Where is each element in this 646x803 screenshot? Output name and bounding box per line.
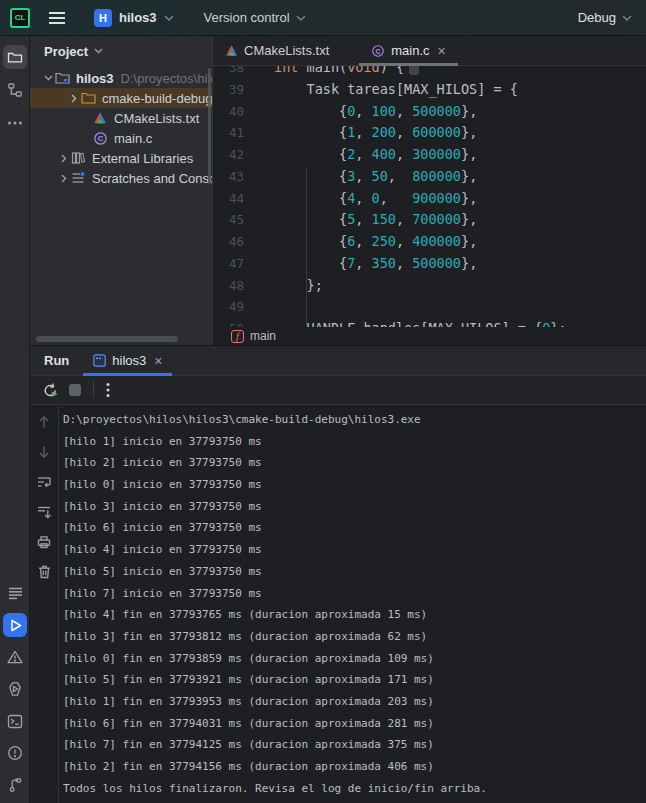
code-line[interactable]: {1, 200, 600000},: [274, 122, 567, 144]
cmake-file-icon: [225, 44, 238, 57]
tree-item-scratches[interactable]: Scratches and Consoles: [30, 168, 213, 188]
line-number[interactable]: 45: [213, 209, 258, 231]
code-token: ,: [396, 211, 412, 227]
structure-tool-button[interactable]: [3, 78, 27, 102]
todo-tool-button[interactable]: [3, 581, 27, 605]
code-line[interactable]: };: [274, 275, 567, 297]
tab-main-c[interactable]: C main.c ×: [359, 36, 457, 65]
code-line[interactable]: {4, 0, 900000},: [274, 188, 567, 210]
run-tool-button[interactable]: [3, 613, 27, 637]
code-token: 250: [372, 233, 396, 249]
terminal-tool-button[interactable]: [3, 709, 27, 733]
project-vertical-scrollbar[interactable]: [208, 68, 211, 184]
code-token: void: [347, 66, 380, 75]
git-tool-button[interactable]: [3, 773, 27, 797]
code-token: },: [461, 103, 477, 119]
code-token: {: [274, 146, 347, 162]
code-token: },: [461, 168, 477, 184]
line-number[interactable]: 47: [213, 253, 258, 275]
run-toolbar: [30, 376, 646, 405]
tree-item-cmakelists[interactable]: CMakeLists.txt: [30, 108, 213, 128]
run-tab-hilos3[interactable]: hilos3 ×: [83, 346, 172, 375]
console-line: [hilo 4] fin en 37793765 ms (duracion ap…: [63, 604, 643, 626]
code-lines: int main(void) { Task tareas[MAX_HILOS] …: [274, 66, 567, 327]
run-tool-title: Run: [30, 346, 83, 375]
tab-label: CMakeLists.txt: [244, 43, 329, 58]
code-token: 300000: [412, 146, 461, 162]
code-line[interactable]: Task tareas[MAX_HILOS] = {: [274, 79, 567, 101]
code-line[interactable]: {5, 150, 700000},: [274, 209, 567, 231]
line-number[interactable]: 49: [213, 296, 258, 318]
line-number[interactable]: 42: [213, 144, 258, 166]
breadcrumb-function-name[interactable]: main: [250, 329, 276, 343]
active-run-tab-underline: [83, 373, 172, 376]
project-widget[interactable]: H hilos3: [86, 4, 182, 32]
clear-trash-icon[interactable]: [37, 564, 52, 579]
chevron-down-icon: [296, 15, 306, 21]
line-number[interactable]: 38: [213, 66, 258, 79]
more-tool-windows-button[interactable]: [3, 111, 27, 135]
clion-ide-window: CL H hilos3 Version control Debug: [0, 0, 646, 803]
code-line[interactable]: {3, 50, 800000},: [274, 166, 567, 188]
line-number[interactable]: 50: [213, 318, 258, 327]
chevron-collapsed-icon[interactable]: [58, 152, 70, 164]
up-arrow-icon[interactable]: [37, 414, 52, 429]
code-line[interactable]: {7, 350, 500000},: [274, 253, 567, 275]
line-number[interactable]: 40: [213, 101, 258, 123]
project-panel-header[interactable]: Project: [30, 36, 212, 66]
line-number[interactable]: 48: [213, 275, 258, 297]
code-token: 100: [372, 103, 396, 119]
main-menu-button[interactable]: [40, 4, 74, 32]
clion-logo-icon: CL: [10, 8, 30, 28]
tree-item-hilos3-root[interactable]: hilos3 D:\proyectos\hilos\hilos3: [30, 68, 213, 88]
console-line: [hilo 7] inicio en 37793750 ms: [63, 583, 643, 605]
excluded-folder-icon: [80, 90, 96, 106]
code-line[interactable]: {2, 400, 300000},: [274, 144, 567, 166]
line-number[interactable]: 39: [213, 79, 258, 101]
stop-icon[interactable]: [69, 384, 81, 396]
code-token: };: [274, 277, 323, 293]
chevron-collapsed-icon[interactable]: [58, 172, 70, 184]
chevron-collapsed-icon[interactable]: [68, 92, 80, 104]
rerun-icon[interactable]: [42, 382, 59, 399]
line-number[interactable]: 46: [213, 231, 258, 253]
console-output[interactable]: D:\proyectos\hilos\hilos3\cmake-build-de…: [63, 409, 643, 799]
print-icon[interactable]: [37, 534, 52, 549]
scroll-to-end-icon[interactable]: [37, 504, 52, 519]
chevron-expanded-icon[interactable]: [42, 72, 54, 84]
tree-item-external-libraries[interactable]: External Libraries: [30, 148, 213, 168]
run-configuration-selector[interactable]: Debug: [578, 10, 632, 25]
soft-wrap-icon[interactable]: [37, 474, 52, 489]
notifications-tool-button[interactable]: [3, 741, 27, 765]
code-token: {: [274, 168, 347, 184]
function-icon: f: [231, 330, 244, 343]
project-horizontal-scrollbar[interactable]: [36, 336, 178, 342]
kebab-menu-icon[interactable]: [106, 382, 110, 398]
console-line: D:\proyectos\hilos\hilos3\cmake-build-de…: [63, 409, 643, 431]
console-line: [hilo 2] fin en 37794156 ms (duracion ap…: [63, 756, 643, 778]
inlay-hint: [409, 66, 419, 75]
close-icon[interactable]: ×: [154, 354, 162, 368]
project-panel: Project hilos3 D:\proyectos\hilos\hilos3: [30, 36, 213, 345]
code-token: 400000: [412, 233, 461, 249]
line-number[interactable]: 43: [213, 166, 258, 188]
project-tool-button[interactable]: [3, 45, 27, 69]
services-tool-button[interactable]: [3, 677, 27, 701]
code-token: 600000: [412, 124, 461, 140]
tree-item-cmake-build-debug[interactable]: cmake-build-debug: [30, 88, 213, 108]
code-viewport[interactable]: 38394041424344454647484950 int main(void…: [213, 66, 646, 327]
code-line[interactable]: [274, 296, 567, 318]
code-line[interactable]: {0, 100, 500000},: [274, 101, 567, 123]
terminal-icon: [7, 714, 23, 729]
close-icon[interactable]: ×: [438, 44, 446, 58]
tab-cmakelists[interactable]: CMakeLists.txt: [213, 36, 341, 65]
tree-item-main-c[interactable]: C main.c: [30, 128, 213, 148]
line-number[interactable]: 44: [213, 188, 258, 210]
code-line[interactable]: int main(void) {: [274, 66, 567, 79]
line-number[interactable]: 41: [213, 122, 258, 144]
version-control-widget[interactable]: Version control: [196, 4, 314, 32]
code-line[interactable]: HANDLE handles[MAX_HILOS] = {0};: [274, 318, 567, 327]
down-arrow-icon[interactable]: [37, 444, 52, 459]
code-line[interactable]: {6, 250, 400000},: [274, 231, 567, 253]
problems-tool-button[interactable]: [3, 645, 27, 669]
